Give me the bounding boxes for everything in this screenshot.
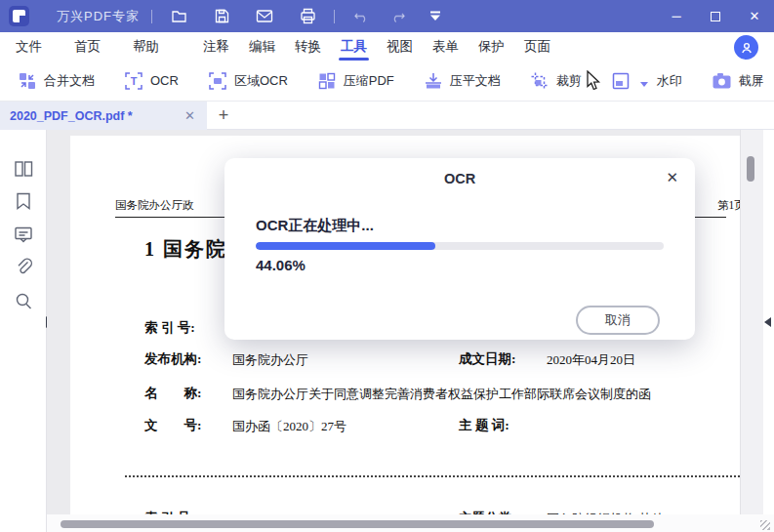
menu-home[interactable]: 首页 [64,32,110,61]
menu-help[interactable]: 帮助 [123,32,169,61]
dialog-title: OCR [224,171,695,186]
doc-field-label: 成文日期: [459,350,516,368]
app-title: 万兴PDF专家 [57,8,140,25]
close-button[interactable]: ✕ [735,0,774,32]
redo-icon[interactable] [384,0,413,32]
doc-field-value: 国办函〔2020〕27号 [232,418,346,435]
camera-icon [712,72,732,90]
tools-toolbar: 合并文档 T OCR 区域OCR 压缩PDF 压平文档 裁剪 水印 截屏 更多 … [0,61,774,102]
attachment-icon[interactable] [14,257,33,280]
ocr-progress-dialog: OCR ✕ OCR正在处理中... 44.06% 取消 [224,158,695,340]
horizontal-scrollbar-thumb[interactable] [61,520,654,528]
watermark-icon [611,71,631,91]
ocr-status-text: OCR正在处理中... [256,217,374,235]
watermark-button[interactable]: 水印 [611,71,682,91]
doc-page-number: 第1页 [717,198,740,213]
flatten-icon [424,71,443,91]
divider [334,10,335,23]
vertical-scrollbar[interactable] [740,130,763,532]
cancel-button[interactable]: 取消 [576,306,660,335]
bookmark-icon[interactable] [14,191,33,215]
doc-field-label: 文 号: [144,417,202,434]
doc-header-left: 国务院办公厅政 [115,198,194,213]
document-tab-bar: 2020_PDF_OCR.pdf * ✕ + [0,102,774,130]
menu-edit[interactable]: 编辑 [239,32,285,61]
open-folder-icon[interactable] [164,0,193,32]
progress-percentage: 44.06% [256,257,306,273]
compress-pdf-button[interactable]: 压缩PDF [317,71,394,91]
doc-field-label: 发布机构: [144,350,202,368]
doc-field-label: 名 称: [144,385,202,402]
menu-form[interactable]: 表单 [423,32,468,61]
doc-field-value: 2020年04月20日 [547,351,635,369]
menu-page[interactable]: 页面 [514,32,560,61]
merge-icon [18,71,37,91]
tab-close-icon[interactable]: ✕ [183,108,197,123]
search-icon[interactable] [14,291,33,314]
progress-bar-track [256,242,664,250]
user-icon [740,41,754,55]
dialog-close-icon[interactable]: ✕ [666,169,678,186]
crop-icon [530,71,550,91]
merge-documents-button[interactable]: 合并文档 [18,71,95,91]
tab-active-document[interactable]: 2020_PDF_OCR.pdf * ✕ [0,102,207,130]
area-ocr-button[interactable]: 区域OCR [208,71,288,91]
menu-file[interactable]: 文件 [6,32,52,61]
comment-icon[interactable] [14,225,33,248]
doc-field-label: 索 引 号: [144,319,195,337]
menu-protect[interactable]: 保护 [468,32,514,61]
screenshot-button[interactable]: 截屏 [712,72,764,90]
vertical-scrollbar-thumb[interactable] [747,156,754,182]
crop-button[interactable]: 裁剪 [530,71,582,91]
area-ocr-icon [208,71,227,91]
doc-heading: 1 国务院 [144,236,227,263]
thumbnails-icon[interactable] [14,159,33,183]
doc-dotted-divider [125,475,740,477]
maximize-icon [711,12,720,21]
save-icon[interactable] [207,0,236,32]
new-tab-button[interactable]: + [207,102,240,129]
menu-comment[interactable]: 注释 [193,32,239,61]
menu-view[interactable]: 视图 [377,32,423,61]
ocr-icon: T [124,71,143,91]
window-resize-grip[interactable] [760,520,770,530]
compress-icon [317,71,337,91]
email-icon[interactable] [250,0,279,32]
maximize-button[interactable] [696,0,735,32]
flatten-pdf-button[interactable]: 压平文档 [424,71,501,91]
progress-bar-fill [256,242,435,250]
doc-field-value: 国务院办公厅关于同意调整完善消费者权益保护工作部际联席会议制度的函 [232,386,651,403]
mouse-cursor [586,70,602,96]
undo-icon[interactable] [346,0,376,32]
doc-field-label: 主 题 词: [459,417,509,434]
account-avatar[interactable] [734,35,758,60]
minimize-button[interactable]: ─ [657,0,696,32]
toolbar-customize-icon[interactable] [421,0,450,32]
divider [151,10,152,23]
print-icon[interactable] [293,0,322,32]
title-bar: 万兴PDF专家 ─ ✕ [0,0,774,32]
right-panel-expand-handle[interactable] [764,317,771,327]
svg-text:T: T [131,75,138,87]
doc-field-value: 国务院办公厅 [232,351,308,369]
menu-tools[interactable]: 工具 [331,32,377,61]
left-panel-sidebar [0,130,47,532]
chevron-down-icon[interactable] [640,82,648,87]
menu-bar: 文件 首页 帮助 注释 编辑 转换 工具 视图 表单 保护 页面 [0,32,774,61]
ocr-button[interactable]: T OCR [124,71,179,91]
tab-title: 2020_PDF_OCR.pdf * [10,109,183,123]
menu-convert[interactable]: 转换 [285,32,331,61]
app-logo [9,6,29,26]
